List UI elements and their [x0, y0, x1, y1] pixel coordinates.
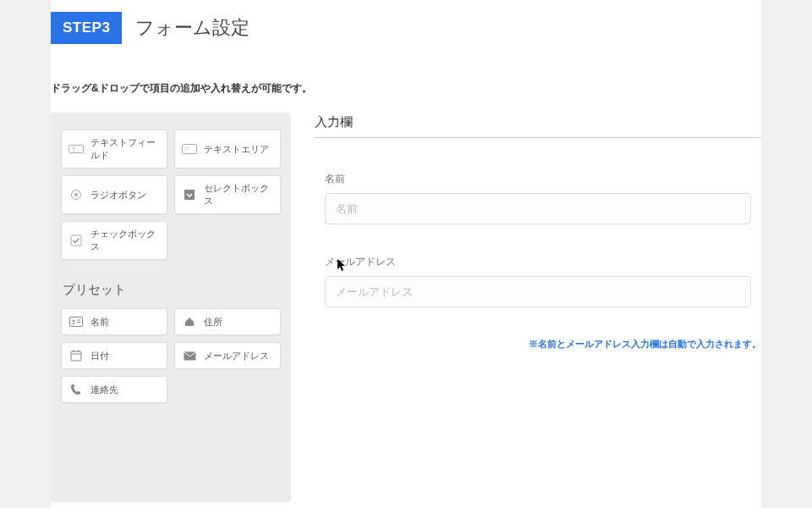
preset-item-label: 連絡先 — [91, 384, 118, 396]
preset-item-label: 住所 — [204, 316, 222, 329]
preset-item-phone[interactable]: 連絡先 — [61, 376, 167, 403]
palette-item-select[interactable]: セレクトボックス — [174, 175, 281, 214]
svg-rect-2 — [183, 145, 197, 154]
home-icon — [182, 315, 197, 329]
field-label-name: 名前 — [325, 172, 751, 186]
form-panel: 入力欄 名前 メールアドレス ※名前とメールアドレス入力欄は自動で入力されます。 — [315, 113, 761, 502]
form-section-title: 入力欄 — [315, 114, 761, 138]
preset-item-label: 日付 — [91, 350, 109, 362]
palette-panel: T テキストフィールド テキストエリア ラジオボタ — [51, 113, 291, 502]
preset-item-label: 名前 — [91, 316, 109, 329]
page-title: フォーム設定 — [135, 15, 250, 41]
preset-item-address[interactable]: 住所 — [174, 308, 281, 335]
preset-item-label: メールアドレス — [204, 350, 269, 362]
name-card-icon — [69, 315, 84, 329]
instructions-text: ドラッグ&ドロップで項目の追加や入れ替えが可能です。 — [51, 81, 761, 96]
palette-item-textfield[interactable]: T テキストフィールド — [61, 130, 167, 168]
calendar-icon — [69, 349, 84, 362]
auto-fill-note: ※名前とメールアドレス入力欄は自動で入力されます。 — [315, 338, 761, 351]
preset-item-date[interactable]: 日付 — [61, 342, 167, 369]
palette-item-label: チェックボックス — [91, 228, 160, 253]
select-icon — [182, 188, 197, 202]
palette-item-radio[interactable]: ラジオボタン — [61, 175, 167, 214]
palette-item-label: テキストエリア — [204, 143, 269, 156]
textarea-icon — [182, 142, 197, 156]
svg-rect-7 — [184, 190, 195, 200]
svg-point-6 — [74, 193, 78, 196]
svg-rect-8 — [71, 235, 81, 246]
phone-icon — [69, 383, 84, 396]
palette-item-label: セレクトボックス — [204, 182, 273, 207]
preset-item-name[interactable]: 名前 — [61, 308, 167, 335]
preset-section-title: プリセット — [63, 282, 281, 298]
email-input[interactable] — [325, 276, 751, 307]
palette-item-checkbox[interactable]: チェックボックス — [61, 221, 167, 260]
palette-item-label: ラジオボタン — [91, 189, 146, 202]
svg-rect-9 — [70, 318, 83, 327]
textfield-icon: T — [69, 142, 84, 156]
radio-icon — [69, 188, 84, 202]
preset-item-email[interactable]: メールアドレス — [174, 342, 281, 369]
svg-point-10 — [73, 320, 75, 323]
svg-rect-13 — [71, 351, 81, 361]
step-badge: STEP3 — [51, 12, 122, 44]
name-input[interactable] — [325, 193, 751, 224]
svg-text:T: T — [72, 146, 76, 152]
palette-item-label: テキストフィールド — [91, 136, 160, 162]
checkbox-icon — [69, 234, 84, 247]
palette-item-textarea[interactable]: テキストエリア — [174, 130, 281, 168]
mail-icon — [182, 349, 197, 362]
field-label-email: メールアドレス — [325, 255, 751, 269]
